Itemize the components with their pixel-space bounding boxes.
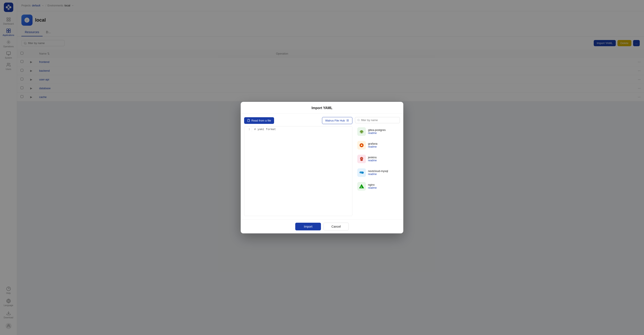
template-link[interactable]: readme [368, 145, 378, 148]
nginx-icon: N [357, 182, 366, 190]
template-link[interactable]: readme [368, 132, 386, 134]
dialog-import-button[interactable]: Import [295, 223, 321, 230]
template-filter-box[interactable] [355, 117, 400, 123]
yaml-editor[interactable]: 1 # yaml format [244, 126, 352, 216]
svg-point-34 [361, 158, 361, 158]
dialog-cancel-button[interactable]: Cancel [324, 223, 349, 230]
template-item-grafana[interactable]: grafana readme [355, 138, 400, 152]
line-number: 1 [244, 126, 252, 132]
dialog-title: Import YAML [241, 102, 403, 114]
template-name: nginx [368, 183, 377, 186]
gitea-icon [357, 127, 366, 136]
svg-point-35 [362, 158, 362, 158]
template-link[interactable]: readme [368, 159, 377, 162]
template-name: grafana [368, 142, 378, 145]
svg-point-29 [362, 132, 363, 132]
dialog-template-panel: gitea-postgres readme [355, 117, 400, 216]
template-item-nginx[interactable]: N nginx readme [355, 180, 400, 193]
template-name: gitea-postgres [368, 128, 386, 132]
template-info: gitea-postgres readme [368, 128, 386, 134]
yaml-placeholder: # yaml format [252, 126, 278, 132]
svg-point-28 [360, 132, 361, 132]
template-link[interactable]: readme [368, 186, 377, 189]
search-icon [357, 119, 360, 122]
template-item-gitea-postgres[interactable]: gitea-postgres readme [355, 125, 400, 138]
template-info: nginx readme [368, 183, 377, 189]
svg-point-23 [358, 119, 359, 121]
grafana-icon [357, 141, 366, 150]
list-icon [346, 119, 349, 122]
dialog-toolbar: Read from a file Walrus File Hub [244, 117, 352, 124]
template-item-nextcloud-mysql[interactable]: NC nextcloud-mysql readme [355, 166, 400, 179]
file-icon [247, 119, 250, 122]
svg-text:N: N [360, 186, 362, 188]
jenkins-icon [357, 155, 366, 163]
template-info: nextcloud-mysql readme [368, 170, 388, 176]
template-info: grafana readme [368, 142, 378, 148]
template-name: nextcloud-mysql [368, 170, 388, 173]
svg-point-33 [360, 159, 363, 161]
file-hub-label: Walrus File Hub [325, 119, 345, 122]
read-file-label: Read from a file [252, 119, 271, 122]
template-list: gitea-postgres readme [355, 125, 400, 193]
walrus-file-hub-button[interactable]: Walrus File Hub [322, 117, 352, 124]
template-info: jenkins readme [368, 156, 377, 162]
import-yaml-dialog: Import YAML Read from a file Walrus File… [241, 102, 403, 234]
svg-point-31 [361, 144, 362, 146]
dialog-footer: Import Cancel [241, 220, 403, 234]
dialog-body: Read from a file Walrus File Hub 1 # yam… [241, 114, 403, 220]
template-name: jenkins [368, 156, 377, 159]
svg-point-25 [361, 130, 362, 132]
dialog-overlay: Import YAML Read from a file Walrus File… [0, 0, 644, 335]
nextcloud-icon: NC [357, 168, 366, 177]
read-from-file-button[interactable]: Read from a file [244, 117, 274, 124]
svg-text:NC: NC [360, 172, 362, 174]
template-item-jenkins[interactable]: jenkins readme [355, 152, 400, 166]
template-filter-input[interactable] [361, 118, 398, 122]
template-link[interactable]: readme [368, 173, 388, 176]
dialog-editor-panel: Read from a file Walrus File Hub 1 # yam… [244, 117, 352, 216]
